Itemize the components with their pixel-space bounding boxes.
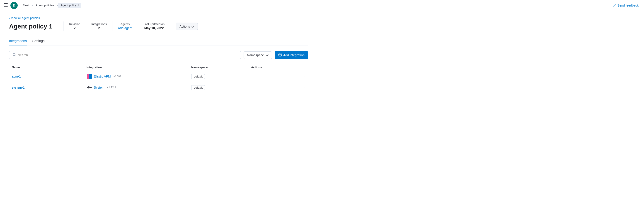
col-header-integration: Integration: [84, 64, 188, 71]
integrations-stat: Integrations 2: [86, 21, 112, 31]
agents-stat: Agents Add agent: [112, 21, 138, 31]
header-stats: Revision 2 Integrations 2 Agents Add age…: [63, 21, 170, 31]
last-updated-stat: Last updated on May 18, 2022: [138, 21, 170, 31]
breadcrumb-agent-policies[interactable]: Agent policies: [34, 3, 56, 8]
integration-version-1: v1.12.1: [107, 86, 116, 89]
table-row: apm-1 Elastic APMv8.3.0default···: [9, 71, 308, 82]
back-link[interactable]: ‹ View all agent policies: [9, 16, 40, 20]
search-filter-row: Namespace Add integration: [9, 51, 308, 59]
integration-name-0[interactable]: Elastic APM: [94, 75, 111, 78]
row-name-link-0[interactable]: apm-1: [12, 75, 21, 78]
namespace-filter-button[interactable]: Namespace: [244, 51, 272, 59]
breadcrumb-sep-2: ›: [57, 4, 58, 7]
search-icon: [12, 53, 16, 57]
breadcrumb: Fleet › Agent policies › Agent policy 1: [20, 3, 81, 8]
main-content: ‹ View all agent policies Agent policy 1…: [0, 11, 317, 98]
integration-name-1[interactable]: System: [94, 86, 104, 89]
revision-stat: Revision 2: [64, 21, 86, 31]
col-header-name: Name ↑: [9, 64, 84, 71]
top-navigation: D Fleet › Agent policies › Agent policy …: [0, 0, 644, 11]
integration-version-0: v8.3.0: [114, 75, 121, 78]
system-icon: [86, 85, 92, 90]
breadcrumb-sep-1: ›: [32, 4, 33, 7]
actions-button[interactable]: Actions: [176, 23, 198, 30]
row-actions-button-0[interactable]: ···: [302, 74, 306, 78]
chevron-down-icon: [191, 25, 194, 28]
breadcrumb-fleet[interactable]: Fleet: [20, 3, 32, 8]
tabs: Integrations Settings: [9, 37, 308, 45]
row-name-link-1[interactable]: system-1: [12, 86, 25, 89]
svg-rect-2: [4, 6, 8, 6]
namespace-badge-1: default: [191, 85, 205, 90]
svg-rect-1: [4, 5, 8, 5]
breadcrumb-agent-policy-1: Agent policy 1: [58, 3, 81, 8]
hamburger-icon[interactable]: [4, 3, 8, 7]
integration-cell-1: Systemv1.12.1: [86, 85, 186, 90]
chevron-left-icon: ‹: [9, 16, 10, 20]
integration-cell-0: Elastic APMv8.3.0: [86, 74, 186, 79]
namespace-chevron-icon: [266, 53, 268, 57]
add-integration-button[interactable]: Add integration: [275, 51, 308, 59]
search-box: [9, 51, 241, 59]
page-title: Agent policy 1: [9, 23, 52, 30]
page-header: Agent policy 1 Revision 2 Integrations 2…: [9, 21, 308, 31]
search-input[interactable]: [18, 53, 238, 57]
col-header-namespace: Namespace: [188, 64, 248, 71]
apm-icon: [86, 74, 92, 79]
avatar: D: [10, 2, 18, 9]
namespace-badge-0: default: [191, 74, 205, 79]
sort-asc-icon[interactable]: ↑: [21, 66, 23, 69]
table-row: system-1 Systemv1.12.1default···: [9, 82, 308, 93]
col-header-actions: Actions: [248, 64, 308, 71]
send-feedback-button[interactable]: Send feedback: [611, 3, 640, 8]
external-link-icon: [613, 4, 616, 7]
tab-integrations[interactable]: Integrations: [9, 37, 27, 45]
plus-icon: [278, 53, 282, 57]
integrations-table: Name ↑ Integration Namespace Actions apm…: [9, 64, 308, 93]
row-actions-button-1[interactable]: ···: [302, 86, 306, 89]
tab-settings[interactable]: Settings: [32, 37, 44, 45]
add-agent-link[interactable]: Add agent: [118, 26, 132, 30]
svg-rect-0: [4, 3, 8, 4]
